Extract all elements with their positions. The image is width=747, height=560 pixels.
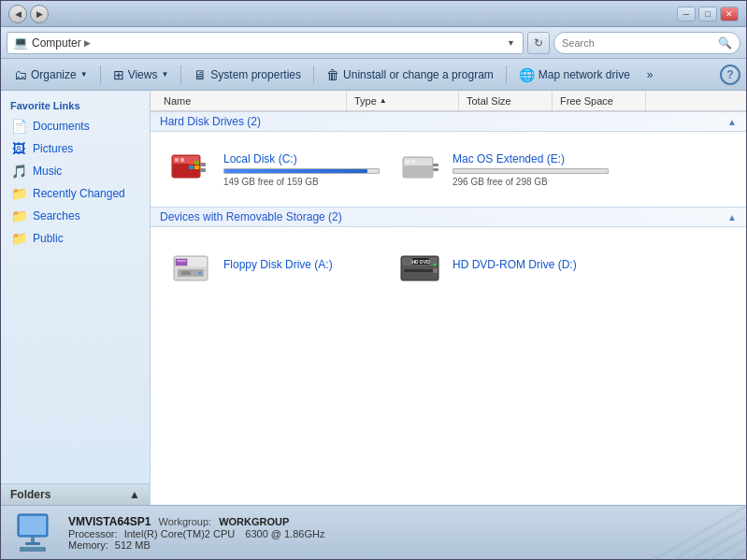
title-bar: ◀ ▶ ─ □ ✕ — [1, 1, 746, 27]
svg-rect-34 — [31, 537, 35, 542]
sidebar-section-title: Favorite Links — [1, 91, 150, 115]
mapnetwork-button[interactable]: 🌐 Map network drive — [511, 63, 638, 87]
svg-rect-36 — [20, 547, 46, 552]
toolbar: 🗂 Organize ▼ ⊞ Views ▼ 🖥 System properti… — [1, 59, 746, 91]
drive-mac-e[interactable]: Mac OS Extended (E:) 296 GB free of 298 … — [389, 139, 618, 199]
workgroup-label: Workgroup: — [158, 516, 211, 527]
removable-collapse-icon: ▲ — [727, 212, 737, 223]
refresh-button[interactable]: ↻ — [527, 32, 550, 54]
local-c-icon — [169, 147, 214, 192]
svg-rect-29 — [404, 269, 434, 272]
local-c-free: 149 GB free of 159 GB — [223, 177, 380, 187]
col-header-name[interactable]: Name — [160, 91, 347, 110]
views-button[interactable]: ⊞ Views ▼ — [106, 63, 177, 87]
status-info: VMVISTA64SP1 Workgroup: WORKGROUP Proces… — [68, 515, 735, 551]
organize-button[interactable]: 🗂 Organize ▼ — [7, 63, 95, 87]
search-icon: 🔍 — [718, 36, 732, 50]
toolbar-sep-1 — [100, 65, 101, 84]
svg-rect-3 — [175, 158, 179, 162]
hard-disks-label: Hard Disk Drives (2) — [160, 115, 261, 128]
music-icon: 🎵 — [10, 163, 27, 179]
status-bar: VMVISTA64SP1 Workgroup: WORKGROUP Proces… — [1, 505, 746, 559]
organize-dropdown-arrow: ▼ — [80, 70, 88, 79]
workgroup-value: WORKGROUP — [219, 516, 289, 527]
status-hostname: VMVISTA64SP1 — [68, 515, 151, 528]
mac-e-bar-wrapper — [453, 168, 609, 174]
mapnetwork-icon: 🌐 — [519, 67, 535, 82]
col-header-total-size[interactable]: Total Size — [459, 91, 553, 110]
views-icon: ⊞ — [113, 67, 124, 82]
svg-rect-21 — [181, 271, 191, 275]
minimize-button[interactable]: ─ — [677, 7, 696, 22]
sidebar-item-public[interactable]: 📁 Public — [1, 227, 150, 250]
sidebar-recently-changed-label: Recently Changed — [33, 187, 125, 200]
hddvd-d-icon: HD DVD — [398, 242, 443, 287]
svg-point-31 — [434, 264, 437, 266]
help-button[interactable]: ? — [720, 65, 740, 85]
sysprops-button[interactable]: 🖥 System properties — [186, 63, 309, 87]
more-button[interactable]: » — [639, 63, 661, 87]
mac-e-info: Mac OS Extended (E:) 296 GB free of 298 … — [453, 152, 609, 187]
floppy-a-name[interactable]: Floppy Disk Drive (A:) — [223, 258, 380, 271]
mac-e-free: 296 GB free of 298 GB — [453, 177, 609, 187]
search-box[interactable]: 🔍 — [553, 32, 740, 54]
svg-rect-13 — [404, 165, 432, 177]
sidebar-item-music[interactable]: 🎵 Music — [1, 160, 150, 182]
svg-rect-14 — [406, 160, 409, 164]
sidebar-item-recently-changed[interactable]: 📁 Recently Changed — [1, 182, 150, 205]
local-c-name[interactable]: Local Disk (C:) — [223, 152, 380, 165]
sidebar-music-label: Music — [33, 165, 62, 178]
hard-disks-section-header[interactable]: Hard Disk Drives (2) ▲ — [151, 111, 746, 132]
sidebar-folders[interactable]: Folders ▲ — [1, 483, 150, 505]
local-c-info: Local Disk (C:) 149 GB free of 159 GB — [223, 152, 380, 187]
sidebar-item-documents[interactable]: 📄 Documents — [1, 115, 150, 137]
svg-rect-16 — [433, 164, 438, 166]
svg-rect-5 — [189, 161, 194, 165]
col-header-free-space[interactable]: Free Space — [553, 91, 646, 110]
sidebar-item-pictures[interactable]: 🖼 Pictures — [1, 137, 150, 160]
uninstall-icon: 🗑 — [326, 67, 339, 82]
drive-floppy-a[interactable]: Floppy Disk Drive (A:) — [160, 235, 389, 294]
folders-label: Folders — [10, 488, 50, 501]
views-dropdown-arrow: ▼ — [161, 70, 168, 79]
sidebar-item-searches[interactable]: 📁 Searches — [1, 205, 150, 227]
sidebar-public-label: Public — [33, 232, 64, 245]
mac-e-name[interactable]: Mac OS Extended (E:) — [453, 152, 609, 165]
col-header-type[interactable]: Type ▲ — [347, 91, 459, 110]
address-input-wrapper[interactable]: 💻 Computer ▶ ▼ — [7, 32, 524, 54]
public-icon: 📁 — [10, 230, 27, 247]
memory-value: 512 MB — [115, 539, 151, 551]
removable-section-header[interactable]: Devices with Removable Storage (2) ▲ — [151, 207, 746, 227]
svg-point-22 — [198, 271, 202, 275]
forward-button[interactable]: ▶ — [30, 5, 49, 23]
svg-rect-8 — [194, 165, 199, 169]
search-input[interactable] — [562, 37, 714, 49]
svg-rect-15 — [411, 160, 415, 164]
svg-rect-9 — [200, 163, 206, 166]
maximize-button[interactable]: □ — [698, 7, 717, 22]
sysprops-icon: 🖥 — [194, 67, 207, 82]
uninstall-label: Uninstall or change a program — [343, 68, 494, 81]
local-c-bar-wrapper — [223, 168, 380, 174]
hddvd-d-name[interactable]: HD DVD-ROM Drive (D:) — [453, 258, 609, 271]
close-button[interactable]: ✕ — [720, 7, 739, 22]
svg-rect-33 — [20, 516, 46, 535]
svg-rect-24 — [177, 260, 186, 262]
status-computer-icon — [12, 510, 57, 555]
status-processor-line: Processor: Intel(R) Core(TM)2 CPU 6300 @… — [68, 528, 735, 539]
address-dropdown-button[interactable]: ▼ — [505, 38, 517, 48]
back-button[interactable]: ◀ — [8, 5, 27, 23]
sidebar-pictures-label: Pictures — [33, 142, 73, 155]
uninstall-button[interactable]: 🗑 Uninstall or change a program — [319, 63, 501, 87]
pictures-icon: 🖼 — [10, 140, 27, 157]
main-area: Favorite Links 📄 Documents 🖼 Pictures 🎵 … — [1, 91, 746, 505]
sidebar: Favorite Links 📄 Documents 🖼 Pictures 🎵 … — [1, 91, 151, 505]
drive-hddvd-d[interactable]: HD DVD HD DVD-ROM Drive (D:) — [389, 235, 618, 294]
svg-rect-30 — [433, 268, 438, 273]
floppy-a-icon — [169, 242, 214, 287]
address-path-arrow: ▶ — [84, 38, 91, 48]
processor-value: Intel(R) Core(TM)2 CPU — [124, 528, 236, 539]
processor-label: Processor: — [68, 528, 118, 539]
drive-local-c[interactable]: Local Disk (C:) 149 GB free of 159 GB — [160, 139, 389, 199]
sysprops-label: System properties — [210, 68, 301, 81]
